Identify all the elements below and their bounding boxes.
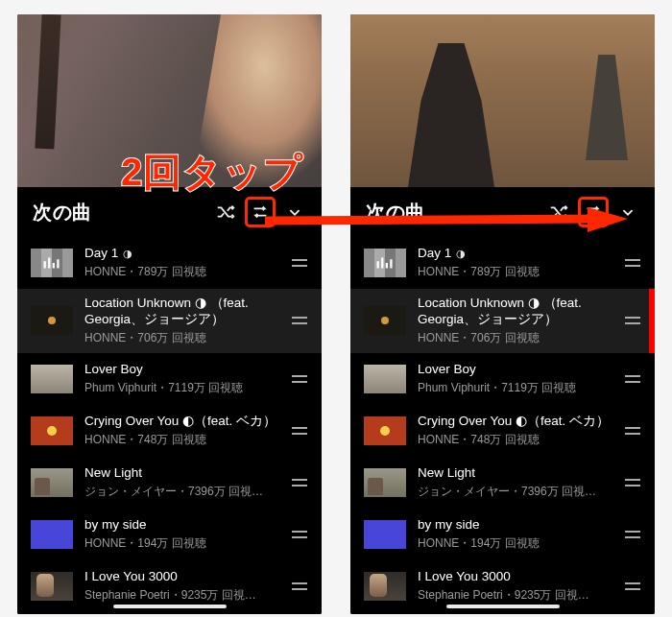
annotation-label: 2回タップ <box>121 146 303 199</box>
drag-handle-icon[interactable] <box>622 368 643 390</box>
drag-handle-icon[interactable] <box>622 420 643 441</box>
drag-handle-icon[interactable] <box>622 310 643 331</box>
track-title: by my side <box>418 517 480 534</box>
queue-item[interactable]: Crying Over You ◐（feat. ベカ） HONNE・748万 回… <box>350 405 655 457</box>
track-meta: by my side HONNE・194万 回視聴 <box>418 517 611 552</box>
queue-item[interactable]: Day 1◑ HONNE・789万 回視聴 <box>17 237 322 289</box>
track-meta: Location Unknown ◑ （feat. Georgia、ジョージア）… <box>84 296 277 346</box>
svg-line-0 <box>267 219 597 221</box>
shuffle-icon[interactable] <box>212 199 239 225</box>
queue-item[interactable]: by my side HONNE・194万 回視聴 <box>350 509 655 560</box>
track-title: by my side <box>84 517 147 534</box>
track-title: New Light <box>84 465 142 482</box>
phone-right: 次の曲 Day 1◑ HONNE・789万 回視聴 Location Unkno… <box>350 14 655 614</box>
drag-handle-icon[interactable] <box>289 472 310 493</box>
queue-list[interactable]: Day 1◑ HONNE・789万 回視聴 Location Unknown ◑… <box>350 237 655 614</box>
track-sub: HONNE・748万 回視聴 <box>418 432 611 448</box>
track-meta: Crying Over You ◐（feat. ベカ） HONNE・748万 回… <box>84 414 277 448</box>
track-title: Lover Boy <box>418 362 476 378</box>
queue-item[interactable]: Lover Boy Phum Viphurit・7119万 回視聴 <box>17 353 322 405</box>
track-title: Lover Boy <box>84 362 143 378</box>
track-meta: Crying Over You ◐（feat. ベカ） HONNE・748万 回… <box>418 414 611 448</box>
moon-icon: ◑ <box>123 248 132 261</box>
queue-item[interactable]: Day 1◑ HONNE・789万 回視聴 <box>350 237 655 289</box>
track-meta: Location Unknown ◑ （feat. Georgia、ジョージア）… <box>418 296 611 346</box>
moon-icon: ◑ <box>456 248 466 261</box>
track-meta: Lover Boy Phum Viphurit・7119万 回視聴 <box>84 362 277 396</box>
track-sub: Stephanie Poetri・9235万 回視… <box>84 587 277 604</box>
track-sub: HONNE・706万 回視聴 <box>84 330 277 346</box>
track-title: Location Unknown ◑ （feat. Georgia、ジョージア） <box>84 296 277 328</box>
drag-handle-icon[interactable] <box>289 310 310 331</box>
queue-item[interactable]: by my side HONNE・194万 回視聴 <box>17 509 322 560</box>
track-sub: Stephanie Poetri・9235万 回視… <box>418 587 611 604</box>
drag-handle-icon[interactable] <box>622 524 643 545</box>
drag-handle-icon[interactable] <box>289 252 310 273</box>
track-thumb <box>364 572 406 601</box>
track-title: Crying Over You ◐（feat. ベカ） <box>84 414 276 430</box>
home-indicator[interactable] <box>446 605 560 608</box>
track-sub: HONNE・748万 回視聴 <box>84 432 277 448</box>
queue-item[interactable]: New Light ジョン・メイヤー・7396万 回視… <box>350 457 655 509</box>
drag-handle-icon[interactable] <box>622 252 643 273</box>
queue-title: 次の曲 <box>33 200 204 225</box>
queue-item[interactable]: Location Unknown ◑ （feat. Georgia、ジョージア）… <box>350 289 655 353</box>
track-thumb <box>31 306 73 335</box>
track-meta: New Light ジョン・メイヤー・7396万 回視… <box>418 465 611 500</box>
track-title: Me & You <box>84 613 140 614</box>
track-thumb <box>31 520 73 549</box>
track-title: Location Unknown ◑ （feat. Georgia、ジョージア） <box>418 296 611 328</box>
queue-item[interactable]: Location Unknown ◑ （feat. Georgia、ジョージア）… <box>17 289 322 353</box>
track-sub: HONNE・706万 回視聴 <box>418 330 611 346</box>
track-sub: ジョン・メイヤー・7396万 回視… <box>84 484 277 500</box>
track-thumb <box>364 365 406 393</box>
svg-marker-1 <box>588 207 628 232</box>
track-thumb <box>31 468 73 497</box>
track-sub: HONNE・789万 回視聴 <box>84 264 277 280</box>
now-playing-thumb <box>31 249 73 277</box>
track-meta: New Light ジョン・メイヤー・7396万 回視… <box>84 465 277 500</box>
track-thumb <box>364 520 406 549</box>
track-title: Day 1 <box>84 246 118 262</box>
track-sub: Phum Viphurit・7119万 回視聴 <box>84 380 277 396</box>
track-sub: HONNE・789万 回視聴 <box>418 264 611 280</box>
track-thumb <box>31 365 73 393</box>
queue-item[interactable]: Crying Over You ◐（feat. ベカ） HONNE・748万 回… <box>17 405 322 457</box>
track-title: New Light <box>418 465 475 482</box>
track-meta: by my side HONNE・194万 回視聴 <box>84 517 277 552</box>
drag-handle-icon[interactable] <box>622 576 643 597</box>
track-title: Crying Over You ◐（feat. ベカ） <box>418 414 610 430</box>
track-sub: Phum Viphurit・7119万 回視聴 <box>418 380 611 396</box>
queue-list[interactable]: Day 1◑ HONNE・789万 回視聴 Location Unknown ◑… <box>17 237 322 614</box>
track-title: Day 1 <box>418 246 451 262</box>
video-thumbnail[interactable] <box>350 14 655 187</box>
queue-item[interactable]: Me & You◑ HONNE・581万 回視聴 <box>17 612 322 614</box>
queue-item[interactable]: Lover Boy Phum Viphurit・7119万 回視聴 <box>350 353 655 405</box>
track-sub: ジョン・メイヤー・7396万 回視… <box>418 484 611 500</box>
track-sub: HONNE・194万 回視聴 <box>84 535 277 552</box>
queue-item[interactable]: New Light ジョン・メイヤー・7396万 回視… <box>17 457 322 509</box>
track-thumb <box>31 572 73 601</box>
track-thumb <box>364 468 406 497</box>
drag-handle-icon[interactable] <box>622 472 643 493</box>
track-meta: Day 1◑ HONNE・789万 回視聴 <box>418 246 611 280</box>
drag-handle-icon[interactable] <box>289 524 310 545</box>
home-indicator[interactable] <box>113 605 227 608</box>
track-meta: I Love You 3000 Stephanie Poetri・9235万 回… <box>84 569 277 604</box>
track-thumb <box>364 416 406 445</box>
track-meta: Lover Boy Phum Viphurit・7119万 回視聴 <box>418 362 611 396</box>
drag-handle-icon[interactable] <box>289 368 310 390</box>
phone-left: 次の曲 Day 1◑ HONNE・789万 回視聴 Location Unkno… <box>17 14 322 614</box>
track-thumb <box>31 416 73 445</box>
track-title: Me & You <box>418 613 473 614</box>
drag-handle-icon[interactable] <box>289 420 310 441</box>
queue-item[interactable]: Me & You◑ HONNE・581万 回視聴 <box>350 612 655 614</box>
track-title: I Love You 3000 <box>418 569 511 585</box>
track-thumb <box>364 306 406 335</box>
track-meta: I Love You 3000 Stephanie Poetri・9235万 回… <box>418 569 611 604</box>
track-meta: Day 1◑ HONNE・789万 回視聴 <box>84 246 277 280</box>
drag-handle-icon[interactable] <box>289 576 310 597</box>
now-playing-thumb <box>364 249 406 277</box>
progress-indicator <box>649 289 655 353</box>
track-meta: Me & You◑ HONNE・581万 回視聴 <box>418 613 611 614</box>
